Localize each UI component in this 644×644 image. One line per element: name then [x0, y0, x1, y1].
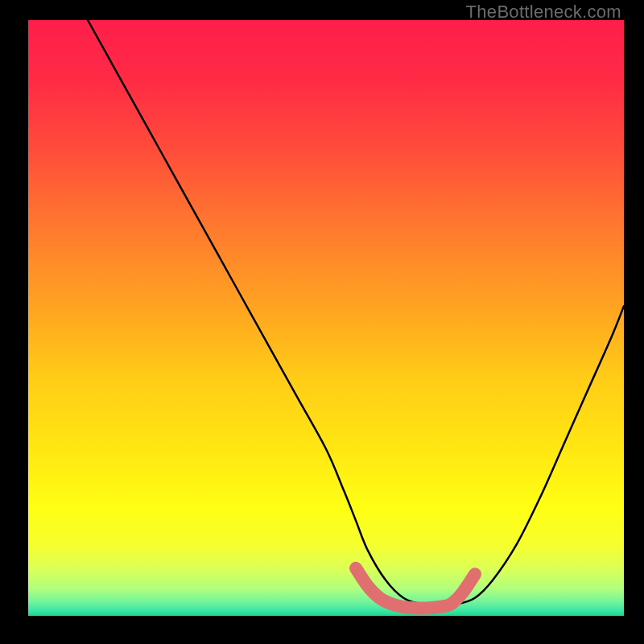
- black-curve: [88, 20, 624, 605]
- border-right: [624, 0, 644, 644]
- watermark-text: TheBottleneck.com: [466, 2, 621, 23]
- chart-frame: TheBottleneck.com: [0, 0, 644, 644]
- curve-layer: [28, 20, 624, 616]
- border-left: [0, 0, 28, 644]
- pink-bottom-segment: [356, 568, 475, 609]
- border-bottom: [0, 616, 644, 644]
- plot-area: [28, 20, 624, 616]
